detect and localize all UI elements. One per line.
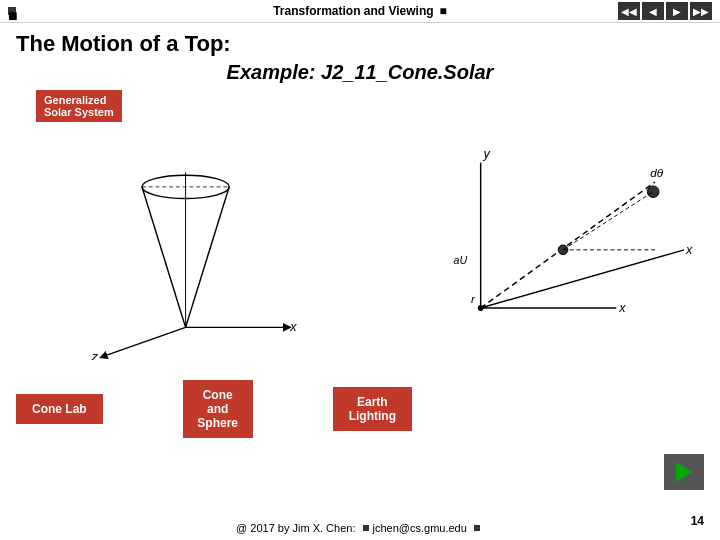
footer: @ 2017 by Jim X. Chen: jchen@cs.gmu.edu … — [0, 522, 720, 534]
footer-credit: @ 2017 by Jim X. Chen: — [236, 522, 355, 534]
svg-line-2 — [186, 187, 230, 328]
svg-line-5 — [103, 327, 185, 356]
svg-text:aU: aU — [454, 254, 468, 266]
main-content: The Motion of a Top: Example: J2_11_Cone… — [0, 23, 720, 378]
svg-text:x: x — [619, 301, 627, 315]
svg-line-15 — [481, 182, 655, 308]
nav-last[interactable]: ▶▶ — [690, 2, 712, 20]
header-nav[interactable]: ◀◀ ◀ ▶ ▶▶ — [618, 2, 712, 20]
nav-next[interactable]: ▶ — [666, 2, 688, 20]
header-title: Transformation and Viewing — [273, 4, 433, 18]
earth-lighting-button[interactable]: Earth Lighting — [333, 387, 412, 431]
nav-first[interactable]: ◀◀ — [618, 2, 640, 20]
svg-text:z: z — [91, 350, 99, 360]
generalized-label: GeneralizedSolar System — [36, 90, 122, 122]
header-dot-left: ■ — [8, 7, 16, 15]
diagram-area: x z y x aU — [16, 130, 704, 370]
cone-lab-button[interactable]: Cone Lab — [16, 394, 103, 424]
play-button[interactable] — [664, 454, 704, 490]
cone-sphere-button[interactable]: Cone and Sphere — [183, 380, 253, 438]
svg-line-1 — [142, 187, 186, 328]
page-number: 14 — [691, 514, 704, 528]
left-diagram: x z — [16, 130, 345, 360]
svg-text:x: x — [686, 243, 694, 257]
page-title: The Motion of a Top: — [16, 31, 704, 57]
svg-line-19 — [481, 250, 684, 308]
play-triangle-icon — [676, 462, 692, 482]
nav-prev[interactable]: ◀ — [642, 2, 664, 20]
footer-dot2 — [474, 525, 480, 531]
right-diagram: y x aU dθ x r — [345, 130, 704, 360]
svg-text:y: y — [483, 147, 491, 161]
header: ■ Transformation and Viewing ■ ◀◀ ◀ ▶ ▶▶ — [0, 0, 720, 23]
svg-text:dθ: dθ — [651, 166, 664, 179]
svg-line-21 — [563, 192, 653, 250]
footer-dot — [363, 525, 369, 531]
header-dot-right: ■ — [440, 4, 447, 18]
buttons-row: Cone Lab Cone and Sphere Earth Lighting — [0, 380, 720, 438]
footer-email: jchen@cs.gmu.edu — [373, 522, 467, 534]
svg-text:x: x — [289, 320, 297, 334]
svg-text:r: r — [471, 292, 476, 305]
svg-point-17 — [648, 186, 660, 198]
example-title: Example: J2_11_Cone.Solar — [16, 61, 704, 84]
